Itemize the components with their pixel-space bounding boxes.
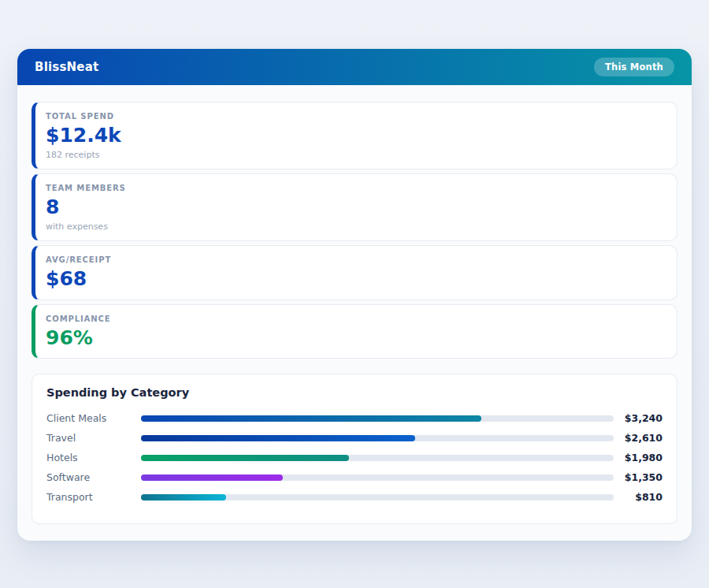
category-value: $2,610 — [614, 432, 663, 444]
bar-track — [141, 435, 614, 441]
bar-track — [141, 415, 614, 422]
category-label: Client Meals — [46, 412, 141, 424]
stat-label: TEAM MEMBERS — [46, 184, 664, 193]
chart-row-software: Software $1,350 — [46, 467, 663, 487]
category-value: $1,350 — [614, 471, 663, 483]
stat-label: TOTAL SPEND — [46, 112, 664, 121]
bar-track — [141, 494, 614, 501]
stat-value: 96% — [46, 327, 664, 350]
app-header: BlissNeat This Month — [17, 49, 692, 85]
bar-track — [141, 474, 614, 481]
category-label: Transport — [46, 491, 141, 503]
chart-row-transport: Transport $810 — [46, 487, 663, 507]
bar-fill — [141, 455, 349, 461]
spending-by-category-card: Spending by Category Client Meals $3,240… — [32, 374, 677, 524]
stat-subtext: with expenses — [46, 221, 664, 232]
stat-value: $68 — [46, 268, 664, 291]
stat-value: $12.4k — [46, 125, 664, 147]
dashboard-content: TOTAL SPEND $12.4k 182 receipts TEAM MEM… — [17, 85, 692, 537]
dashboard-card: BlissNeat This Month TOTAL SPEND $12.4k … — [17, 49, 692, 541]
bar-fill — [141, 494, 226, 501]
bar-track — [141, 455, 614, 461]
chart-title: Spending by Category — [46, 386, 663, 399]
category-label: Travel — [46, 432, 141, 444]
period-badge[interactable]: This Month — [594, 58, 674, 76]
chart-row-client-meals: Client Meals $3,240 — [46, 408, 663, 428]
stat-value: 8 — [46, 196, 664, 219]
stat-subtext: 182 receipts — [46, 150, 664, 160]
stat-card-avg-receipt: AVG/RECEIPT $68 — [32, 245, 677, 300]
bar-fill — [141, 435, 415, 441]
category-label: Software — [46, 471, 141, 483]
bar-fill — [141, 415, 481, 422]
app-title: BlissNeat — [35, 60, 98, 74]
stat-card-total-spend: TOTAL SPEND $12.4k 182 receipts — [32, 102, 677, 169]
category-value: $3,240 — [614, 412, 663, 424]
stat-label: AVG/RECEIPT — [46, 255, 664, 265]
bar-fill — [141, 474, 283, 481]
stat-label: COMPLIANCE — [46, 314, 664, 324]
chart-row-hotels: Hotels $1,980 — [46, 448, 663, 467]
stat-card-team-members: TEAM MEMBERS 8 with expenses — [32, 173, 677, 241]
chart-row-travel: Travel $2,610 — [46, 428, 663, 448]
category-label: Hotels — [46, 452, 141, 463]
stat-card-compliance: COMPLIANCE 96% — [32, 304, 677, 359]
category-value: $1,980 — [614, 452, 663, 463]
category-value: $810 — [614, 491, 663, 503]
